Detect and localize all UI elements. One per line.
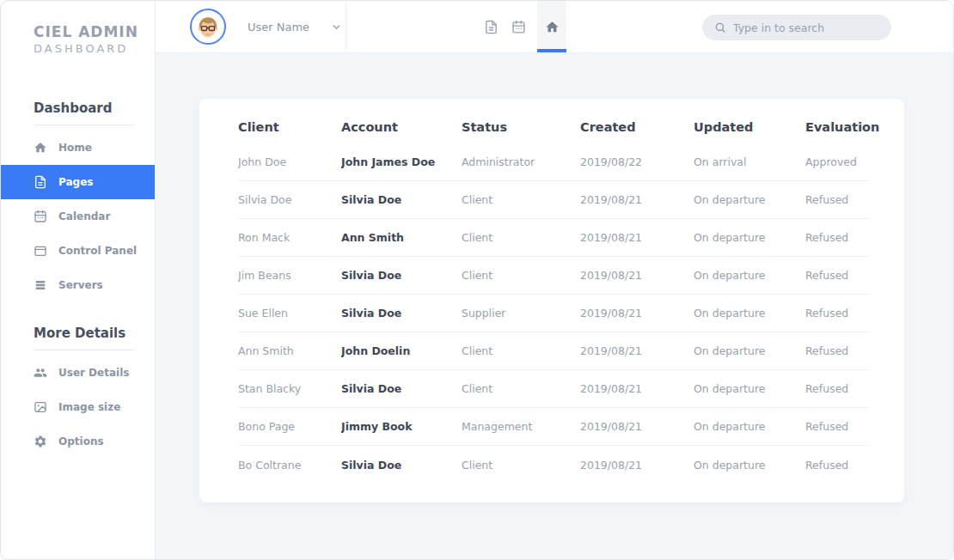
search-box [702,15,891,40]
cell-evaluation: Refused [805,269,870,282]
file-icon [34,175,47,189]
cell-created: 2019/08/21 [580,382,694,395]
cell-status: Client [462,344,580,357]
cell-evaluation: Refused [805,382,870,395]
cell-client: Bono Page [238,420,341,433]
cell-updated: On departure [694,269,805,282]
cell-evaluation: Refused [805,307,870,320]
cell-client: Sue Ellen [238,307,341,320]
cell-updated: On arrival [694,155,805,168]
sidebar-item-label: Control Panel [58,245,137,257]
data-table-card: ClientAccountStatusCreatedUpdatedEvaluat… [199,99,904,502]
user-name-label: User Name [248,21,309,33]
cell-status: Client [462,269,580,282]
cell-client: Stan Blacky [238,382,341,395]
home-icon [545,20,560,34]
sidebar-divider [34,350,134,350]
topbar: User Name [156,1,953,53]
cell-account: Silvia Doe [341,459,462,472]
cell-account: Jimmy Book [341,420,462,433]
cell-created: 2019/08/21 [580,459,694,472]
sidebar-item-label: Pages [58,176,93,188]
window-icon [34,244,47,258]
table-header-row: ClientAccountStatusCreatedUpdatedEvaluat… [238,111,870,143]
cell-created: 2019/08/21 [580,193,694,206]
sidebar-item-label: Image size [58,401,120,413]
column-header-evaluation: Evaluation [805,120,879,134]
sidebar-item-label: Options [58,435,104,447]
cell-account: Ann Smith [341,231,462,244]
home-icon [34,141,47,155]
cell-created: 2019/08/21 [580,231,694,244]
cell-evaluation: Approved [805,155,870,168]
cell-created: 2019/08/22 [580,155,694,168]
sidebar-divider [34,125,134,125]
cell-status: Management [462,420,580,433]
sidebar-item-label: User Details [58,367,129,379]
table-row: Sue EllenSilvia DoeSupplier2019/08/21On … [238,295,870,332]
cell-updated: On departure [694,459,805,472]
sidebar: CIEL ADMIN DASHBOARD DashboardHomePagesC… [1,1,156,559]
cell-created: 2019/08/21 [580,344,694,357]
sidebar-section-heading: Dashboard [34,100,155,117]
chevron-down-icon [331,21,342,33]
cell-account: Silvia Doe [341,193,462,206]
user-menu[interactable]: User Name [156,1,346,52]
cell-created: 2019/08/21 [580,420,694,433]
cell-status: Supplier [462,307,580,320]
topbar-shortcuts [477,1,566,52]
cell-evaluation: Refused [805,231,870,244]
search-input[interactable] [733,21,881,34]
cell-created: 2019/08/21 [580,307,694,320]
table-row: Bo ColtraneSilvia DoeClient2019/08/21On … [238,446,870,484]
sidebar-item-pages[interactable]: Pages [1,165,155,199]
main-area: User Name ClientAccountStatusCreatedUpda… [156,1,953,559]
sidebar-item-home[interactable]: Home [1,131,155,165]
cell-evaluation: Refused [805,344,870,357]
cell-client: Jim Beans [238,269,341,282]
users-icon [34,366,47,380]
cell-account: Silvia Doe [341,382,462,395]
cell-evaluation: Refused [805,459,870,472]
logo-title: CIEL ADMIN [34,23,155,40]
cell-client: Bo Coltrane [238,459,341,472]
sidebar-item-user-details[interactable]: User Details [1,356,155,390]
sidebar-item-label: Calendar [58,210,110,222]
sidebar-item-options[interactable]: Options [1,424,155,459]
sidebar-item-calendar[interactable]: Calendar [1,199,155,234]
app-window: CIEL ADMIN DASHBOARD DashboardHomePagesC… [0,0,954,560]
column-header-client: Client [238,120,341,134]
column-header-status: Status [462,120,580,134]
table-row: Bono PageJimmy BookManagement2019/08/21O… [238,408,870,446]
sidebar-item-label: Home [58,142,92,154]
sidebar-nav: DashboardHomePagesCalendarControl PanelS… [1,100,155,459]
table-body: John DoeJohn James DoeAdministrator2019/… [238,143,870,484]
cell-status: Client [462,382,580,395]
cell-client: Silvia Doe [238,193,341,206]
cell-status: Administrator [462,155,580,168]
calendar-icon[interactable] [505,1,532,52]
cell-updated: On departure [694,420,805,433]
cell-updated: On departure [694,382,805,395]
image-icon [34,400,47,414]
column-header-created: Created [580,120,694,134]
table-row: Ron MackAnn SmithClient2019/08/21On depa… [238,219,870,257]
cell-evaluation: Refused [805,420,870,433]
sidebar-item-control-panel[interactable]: Control Panel [1,234,155,268]
search-icon [714,21,726,33]
cell-updated: On departure [694,193,805,206]
sidebar-item-servers[interactable]: Servers [1,268,155,302]
cell-account: Silvia Doe [341,269,462,282]
cell-account: John Doelin [341,344,462,357]
content-area: ClientAccountStatusCreatedUpdatedEvaluat… [156,53,953,559]
file-icon[interactable] [477,1,505,52]
table-row: John DoeJohn James DoeAdministrator2019/… [238,143,870,181]
table-row: Ann SmithJohn DoelinClient2019/08/21On d… [238,332,870,370]
sidebar-item-label: Servers [58,279,103,291]
sidebar-item-image-size[interactable]: Image size [1,390,155,424]
home-tab[interactable] [537,1,566,52]
table-row: Silvia DoeSilvia DoeClient2019/08/21On d… [238,181,870,219]
cell-client: Ron Mack [238,231,341,244]
cell-account: Silvia Doe [341,307,462,320]
cell-evaluation: Refused [805,193,870,206]
